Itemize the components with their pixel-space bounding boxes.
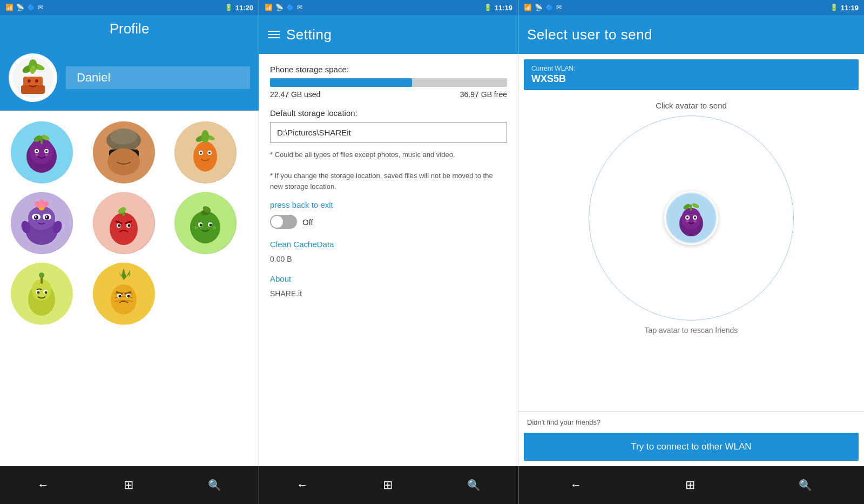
profile-panel: 📶 📡 🔷 ✉ 🔋 11:20 Profile <box>0 0 259 504</box>
storage-path-input[interactable] <box>270 122 507 143</box>
bottom-section: Didn't find your friends? Try to connect… <box>518 408 864 466</box>
toggle-switch[interactable] <box>270 215 297 229</box>
avatar-pepper[interactable] <box>93 192 155 254</box>
user-name: Daniel <box>77 71 110 84</box>
message-icon: ✉ <box>38 4 43 11</box>
svg-point-32 <box>200 152 202 154</box>
bottom-bar-3: ← ⊞ 🔍 <box>518 466 864 504</box>
avatars-content <box>0 111 259 466</box>
about-value: SHARE.it <box>270 289 302 298</box>
phone-storage-section: Phone storage space: 22.47 GB used 36.97… <box>270 65 507 99</box>
profile-header-row: Daniel <box>9 53 250 102</box>
avatar-grape-alien[interactable] <box>11 192 73 254</box>
user-name-box[interactable]: Daniel <box>66 66 250 89</box>
svg-point-17 <box>45 154 48 156</box>
svg-point-45 <box>46 216 48 218</box>
avatar-potato[interactable] <box>93 121 155 183</box>
user-avatar-center[interactable] <box>664 191 718 245</box>
main-avatar[interactable] <box>9 53 57 102</box>
toggle-row: Off <box>270 215 507 229</box>
status-icons-left-2: 📶 📡 🔷 ✉ <box>265 4 302 11</box>
wifi-icon-2: 📡 <box>275 4 284 11</box>
select-user-panel: 📶 📡 🔷 ✉ 🔋 11:19 Select user to send Curr… <box>518 0 864 504</box>
connect-wlan-button[interactable]: Try to connect to other WLAN <box>524 433 859 461</box>
clean-cache-link[interactable]: Clean CacheData <box>270 240 507 249</box>
hamburger-line-2 <box>268 34 280 35</box>
select-user-header: Select user to send <box>518 15 864 54</box>
settings-title: Setting <box>286 26 332 43</box>
settings-panel: 📶 📡 🔷 ✉ 🔋 11:19 Setting Phone storage sp… <box>259 0 518 504</box>
battery-icon: 🔋 <box>225 4 233 11</box>
home-button-3[interactable]: ⊞ <box>674 473 706 498</box>
avatar-pear[interactable] <box>11 263 73 325</box>
divider <box>518 411 864 412</box>
phone-storage-label: Phone storage space: <box>270 65 507 74</box>
avatar-eggplant-img <box>11 121 73 183</box>
signal-icon-3: 📶 <box>524 4 532 11</box>
settings-content-scroll: Phone storage space: 22.47 GB used 36.97… <box>259 54 518 466</box>
search-button-3[interactable]: 🔍 <box>788 473 823 497</box>
avatar-grape-alien-img <box>11 192 73 254</box>
avatar-pineapple[interactable] <box>93 263 155 325</box>
hamburger-menu[interactable] <box>268 31 280 38</box>
svg-point-67 <box>194 226 198 229</box>
note-1: * Could be all types of files except pho… <box>270 151 455 159</box>
status-icons-left: 📶 📡 🔷 ✉ <box>5 4 43 11</box>
avatar-pineapple-img <box>93 263 155 325</box>
svg-point-93 <box>686 220 689 222</box>
svg-point-79 <box>39 273 44 278</box>
about-link[interactable]: About <box>270 274 507 283</box>
storage-info: 22.47 GB used 36.97 GB free <box>270 90 507 99</box>
back-button-2[interactable]: ← <box>286 473 319 498</box>
svg-point-53 <box>110 213 138 245</box>
svg-point-85 <box>127 295 130 298</box>
status-time-1: 11:20 <box>235 4 253 12</box>
back-button-3[interactable]: ← <box>559 473 593 498</box>
avatar-pear-img <box>11 263 73 325</box>
svg-point-81 <box>111 284 137 315</box>
status-time-3: 11:19 <box>841 4 859 12</box>
avatar-apple[interactable] <box>174 192 237 254</box>
status-time-2: 11:19 <box>495 4 512 12</box>
avatar-eggplant[interactable] <box>11 121 73 183</box>
cache-value: 0.00 B <box>270 255 292 263</box>
storage-location-label: Default storage location: <box>270 108 507 118</box>
svg-point-27 <box>107 148 140 175</box>
wifi-icon: 📡 <box>16 4 24 11</box>
svg-point-56 <box>118 224 120 227</box>
storage-bar-fill <box>270 78 412 87</box>
home-button-1[interactable]: ⊞ <box>113 473 144 498</box>
press-back-link[interactable]: press back to exit <box>270 200 507 209</box>
signal-icon-2: 📶 <box>265 4 273 11</box>
avatar-potato-img <box>93 121 155 183</box>
battery-icon-3: 🔋 <box>830 4 838 11</box>
status-icons-right-2: 🔋 11:19 <box>484 4 512 12</box>
scan-area: Click avatar to send <box>518 96 864 466</box>
svg-point-33 <box>208 152 211 154</box>
main-avatar-img <box>11 56 55 99</box>
battery-icon-2: 🔋 <box>484 4 492 11</box>
wlan-label: Current WLAN: <box>531 65 851 72</box>
back-button-1[interactable]: ← <box>26 473 60 498</box>
select-user-title: Select user to send <box>527 26 652 43</box>
wifi-icon-3: 📡 <box>535 4 543 11</box>
avatar-pepper-img <box>93 192 155 254</box>
notes-section: * Could be all types of files except pho… <box>270 149 507 192</box>
status-icons-left-3: 📶 📡 🔷 ✉ <box>524 4 562 11</box>
scan-circle <box>589 115 794 321</box>
svg-point-3 <box>28 79 31 83</box>
svg-point-88 <box>681 208 701 229</box>
wlan-name: WXS5B <box>531 73 851 85</box>
search-button-1[interactable]: 🔍 <box>197 473 232 497</box>
home-button-2[interactable]: ⊞ <box>372 473 403 498</box>
not-found-text: Didn't find your friends? <box>518 415 864 430</box>
wlan-box: Current WLAN: WXS5B <box>524 59 859 90</box>
avatar-carrot[interactable] <box>174 121 237 183</box>
status-icons-right-3: 🔋 11:19 <box>830 4 859 12</box>
avatars-grid <box>0 111 259 336</box>
note-2: * If you change the storage location, sa… <box>270 172 493 190</box>
search-button-2[interactable]: 🔍 <box>456 473 491 497</box>
svg-rect-97 <box>690 205 692 211</box>
svg-point-16 <box>35 154 38 156</box>
tap-rescan-text: Tap avatar to rescan friends <box>645 326 738 335</box>
